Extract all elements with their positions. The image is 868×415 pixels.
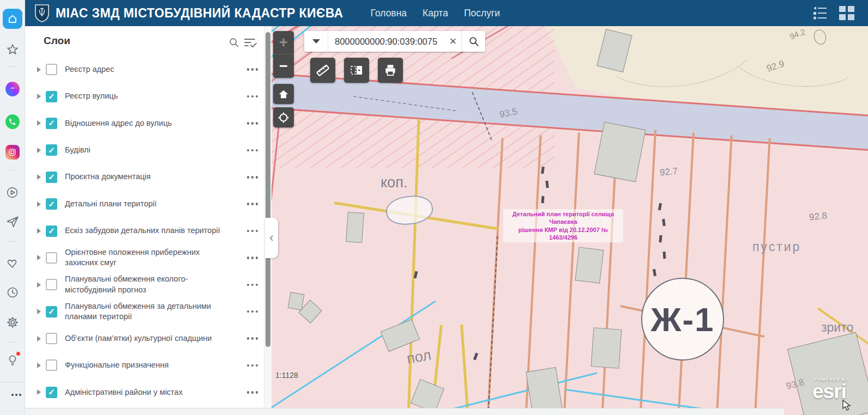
layer-row[interactable]: Функціональне призначення <box>25 352 264 379</box>
expand-arrow-icon[interactable] <box>37 202 41 207</box>
panel-collapse-tab[interactable] <box>265 218 278 258</box>
layer-menu-icon[interactable] <box>245 203 260 205</box>
expand-arrow-icon[interactable] <box>37 255 41 260</box>
layer-checkbox[interactable] <box>46 359 57 371</box>
print-button[interactable] <box>378 58 403 83</box>
filter-check-icon[interactable] <box>243 36 257 48</box>
nav-map[interactable]: Карта <box>423 8 448 19</box>
expand-arrow-icon[interactable] <box>37 67 41 72</box>
layer-menu-icon[interactable] <box>245 68 260 71</box>
expand-arrow-icon[interactable] <box>37 309 41 314</box>
expand-arrow-icon[interactable] <box>37 363 41 368</box>
layer-row[interactable]: Будівлі <box>25 137 264 163</box>
locate-button[interactable] <box>273 107 294 127</box>
layer-checkbox[interactable] <box>46 64 57 75</box>
expand-arrow-icon[interactable] <box>37 336 41 341</box>
bottom-scroll-strip[interactable] <box>25 408 784 415</box>
layer-menu-icon[interactable] <box>245 122 260 125</box>
layer-checkbox[interactable] <box>46 91 57 102</box>
layer-row[interactable]: Детальні плани території <box>25 191 264 217</box>
mouse-cursor-icon <box>842 400 853 412</box>
star-icon[interactable] <box>5 42 20 57</box>
layers-panel: Слои Реєстр адрес Реєстр вулиць Відношен… <box>25 26 272 415</box>
layer-checkbox[interactable] <box>46 387 57 398</box>
zoom-in-button[interactable] <box>273 31 294 54</box>
layer-menu-icon[interactable] <box>245 149 260 152</box>
messenger-icon[interactable] <box>5 82 20 96</box>
layer-label: Детальні плани території <box>65 199 156 210</box>
layer-row[interactable]: Адміністративні райони у містах <box>25 379 264 406</box>
zoom-out-button[interactable] <box>273 54 294 78</box>
map-label: зрито <box>821 320 853 335</box>
layer-checkbox[interactable] <box>46 279 57 290</box>
expand-arrow-icon[interactable] <box>37 148 41 153</box>
divider <box>8 170 17 170</box>
divider <box>8 342 17 343</box>
layer-menu-icon[interactable] <box>245 284 260 286</box>
zoom-control <box>273 31 294 78</box>
layer-row[interactable]: Орієнтовне положення прибережних захисни… <box>25 245 264 271</box>
zone-label: Ж-1 <box>650 300 714 339</box>
swipe-compare-button[interactable] <box>344 58 369 83</box>
clock-history-icon[interactable] <box>5 285 20 300</box>
layer-menu-icon[interactable] <box>245 337 260 340</box>
layer-checkbox[interactable] <box>46 172 57 183</box>
measure-ruler-button[interactable] <box>310 58 335 83</box>
layer-checkbox[interactable] <box>46 118 57 129</box>
apps-grid-icon[interactable] <box>839 5 855 21</box>
layer-menu-icon[interactable] <box>245 257 260 259</box>
clear-search-icon[interactable] <box>445 34 461 48</box>
lightbulb-icon[interactable] <box>5 353 20 367</box>
layer-row[interactable]: Реєстр адрес <box>25 56 264 83</box>
layer-checkbox[interactable] <box>46 198 57 210</box>
layer-checkbox[interactable] <box>46 144 57 156</box>
nav-home[interactable]: Головна <box>371 8 407 19</box>
search-submit-button[interactable] <box>461 31 485 52</box>
layer-menu-icon[interactable] <box>245 95 260 98</box>
send-icon[interactable] <box>5 215 20 229</box>
layer-row[interactable]: Планувальні обмеження за детальними план… <box>25 298 264 325</box>
layer-menu-icon[interactable] <box>245 391 260 394</box>
layer-checkbox[interactable] <box>46 306 57 318</box>
divider <box>8 241 17 242</box>
layer-label: Планувальні обмеження за детальними план… <box>65 301 228 322</box>
expand-arrow-icon[interactable] <box>37 120 41 126</box>
nav-services[interactable]: Послуги <box>464 8 500 19</box>
layer-menu-icon[interactable] <box>245 230 260 233</box>
layer-row[interactable]: Проєктна документація <box>25 164 264 191</box>
layer-row[interactable]: Планувальні обмеження еколого-містобудів… <box>25 271 264 298</box>
layer-checkbox[interactable] <box>46 252 57 264</box>
layer-row[interactable]: Реєстр вулиць <box>25 83 264 109</box>
home-extent-button[interactable] <box>273 84 294 104</box>
map-canvas[interactable]: Ж-1 коп. 93.5 92.7 92.8 92.9 94.2 пустир… <box>272 26 868 415</box>
scrollbar-thumb[interactable] <box>266 32 270 347</box>
legend-icon[interactable] <box>812 6 828 20</box>
search-input[interactable] <box>328 36 445 47</box>
expand-arrow-icon[interactable] <box>37 282 41 288</box>
layer-menu-icon[interactable] <box>245 176 260 179</box>
search-type-dropdown[interactable] <box>304 31 328 52</box>
dpt-annotation: Детальний план території селища Чапаєвка… <box>503 209 623 242</box>
map-label: 92.7 <box>659 166 678 179</box>
layer-menu-icon[interactable] <box>245 364 260 367</box>
gear-icon[interactable] <box>5 315 20 329</box>
whatsapp-icon[interactable] <box>5 114 20 129</box>
layer-label: Об’єкти (пам’ятки) культурної спадщини <box>65 333 212 344</box>
layer-checkbox[interactable] <box>46 333 57 344</box>
play-video-icon[interactable] <box>5 185 20 199</box>
layer-checkbox[interactable] <box>46 225 57 237</box>
instagram-icon[interactable] <box>5 145 20 159</box>
map-label: 92.8 <box>809 211 828 223</box>
search-icon[interactable] <box>228 36 240 48</box>
layer-menu-icon[interactable] <box>245 310 260 313</box>
layer-row[interactable]: Ескіз забудови детальних планів територі… <box>25 217 264 244</box>
home-icon[interactable] <box>3 9 22 29</box>
heart-icon[interactable] <box>5 256 20 270</box>
expand-arrow-icon[interactable] <box>37 94 41 99</box>
layer-row[interactable]: Об’єкти (пам’ятки) культурної спадщини <box>25 325 264 352</box>
expand-arrow-icon[interactable] <box>37 389 41 395</box>
expand-arrow-icon[interactable] <box>37 228 41 234</box>
more-icon[interactable] <box>5 388 20 402</box>
layer-row[interactable]: Відношення адрес до вулиць <box>25 110 264 137</box>
expand-arrow-icon[interactable] <box>37 174 41 180</box>
